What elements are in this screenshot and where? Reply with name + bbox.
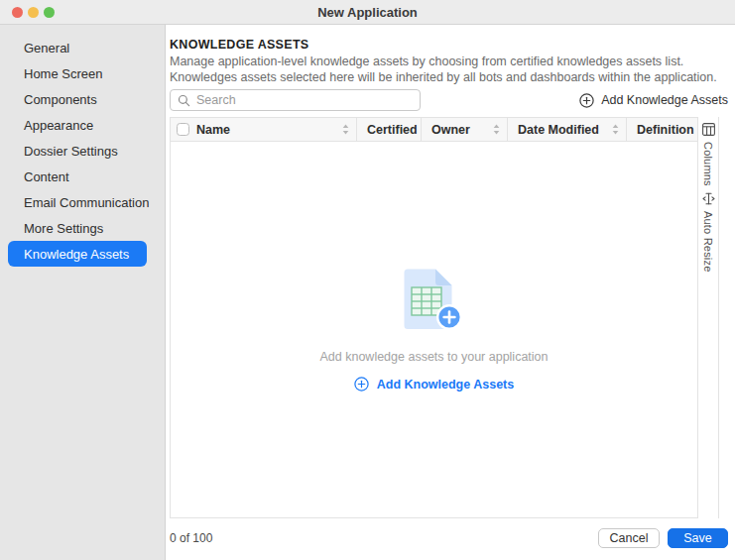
minimize-window-button[interactable] <box>28 7 39 18</box>
footer: 0 of 100 Cancel Save <box>170 528 728 548</box>
sidebar-item-knowledge-assets[interactable]: Knowledge Assets <box>8 241 147 267</box>
add-knowledge-assets-link[interactable]: Add Knowledge Assets <box>354 377 514 392</box>
window-title: New Application <box>317 5 418 20</box>
add-button-label: Add Knowledge Assets <box>601 93 728 107</box>
sidebar-item-content[interactable]: Content <box>0 164 165 189</box>
sidebar-item-general[interactable]: General <box>0 35 165 60</box>
column-label: Definition <box>637 123 694 137</box>
columns-label: Columns <box>702 142 714 186</box>
page-title: KNOWLEDGE ASSETS <box>170 38 728 52</box>
table-body-empty: Add knowledge assets to your application… <box>171 142 697 517</box>
column-header-definition[interactable]: Definition <box>626 118 697 141</box>
add-knowledge-assets-button[interactable]: Add Knowledge Assets <box>579 93 728 108</box>
sidebar: General Home Screen Components Appearanc… <box>0 25 166 560</box>
table-area: Name Certified Owner Date Modified <box>170 117 728 518</box>
column-label: Owner <box>431 123 493 137</box>
sidebar-item-home-screen[interactable]: Home Screen <box>0 60 165 86</box>
search-icon <box>178 94 190 107</box>
titlebar: New Application <box>0 0 735 25</box>
sidebar-item-dossier-settings[interactable]: Dossier Settings <box>0 138 165 164</box>
select-all-checkbox[interactable] <box>177 123 189 136</box>
sidebar-item-more-settings[interactable]: More Settings <box>0 215 165 241</box>
column-header-date-modified[interactable]: Date Modified <box>507 118 626 141</box>
sidebar-item-components[interactable]: Components <box>0 86 165 112</box>
table-header-row: Name Certified Owner Date Modified <box>171 118 697 142</box>
columns-button[interactable]: Columns <box>702 123 715 186</box>
sidebar-item-appearance[interactable]: Appearance <box>0 112 165 138</box>
empty-state-message: Add knowledge assets to your application <box>319 350 548 364</box>
auto-resize-button[interactable]: Auto Resize <box>702 192 715 273</box>
auto-resize-icon <box>702 192 715 205</box>
row-count: 0 of 100 <box>170 531 212 545</box>
column-label: Certified <box>367 123 418 137</box>
knowledge-assets-table: Name Certified Owner Date Modified <box>170 117 698 518</box>
footer-buttons: Cancel Save <box>598 528 728 548</box>
cancel-button[interactable]: Cancel <box>598 528 660 548</box>
column-header-name[interactable]: Name <box>171 118 356 141</box>
table-columns-icon <box>702 123 715 136</box>
sort-icon <box>612 124 619 135</box>
empty-action-label: Add Knowledge Assets <box>377 378 514 392</box>
table-side-toolbar: Columns Auto Resize <box>698 117 719 518</box>
empty-state: Add knowledge assets to your application… <box>319 268 548 392</box>
auto-resize-label: Auto Resize <box>702 211 714 273</box>
traffic-lights <box>12 7 55 18</box>
sort-icon <box>493 124 500 135</box>
search-box[interactable] <box>170 89 421 111</box>
plus-circle-icon <box>354 377 369 392</box>
sidebar-item-email-communication[interactable]: Email Communication <box>0 189 165 215</box>
save-button[interactable]: Save <box>668 528 728 548</box>
column-label: Name <box>196 123 342 137</box>
empty-state-illustration <box>403 268 464 331</box>
main-panel: KNOWLEDGE ASSETS Manage application-leve… <box>166 25 735 560</box>
sort-icon <box>342 124 349 135</box>
column-header-owner[interactable]: Owner <box>421 118 507 141</box>
table-toolbar: Add Knowledge Assets <box>170 89 728 111</box>
column-label: Date Modified <box>518 123 612 137</box>
plus-circle-icon <box>579 93 594 108</box>
column-header-certified[interactable]: Certified <box>356 118 421 141</box>
zoom-window-button[interactable] <box>44 7 55 18</box>
new-application-window: New Application General Home Screen Comp… <box>0 0 735 560</box>
page-description: Manage application-level knowledge asset… <box>170 55 728 85</box>
close-window-button[interactable] <box>12 7 23 18</box>
dialog-body: General Home Screen Components Appearanc… <box>0 25 735 560</box>
search-input[interactable] <box>196 93 413 107</box>
